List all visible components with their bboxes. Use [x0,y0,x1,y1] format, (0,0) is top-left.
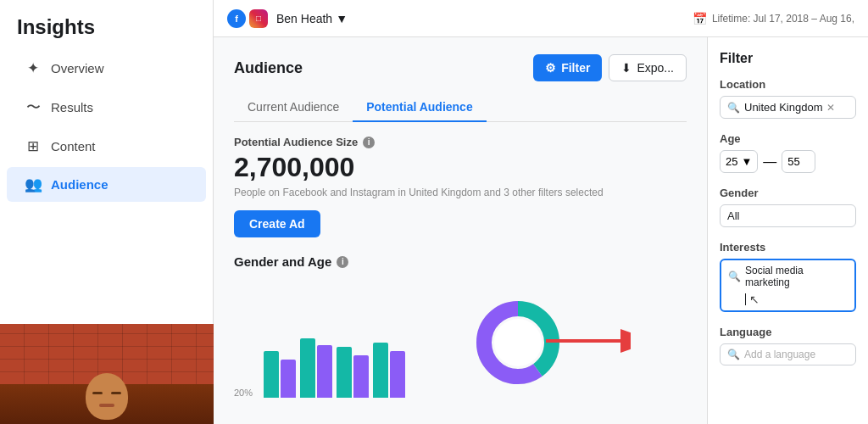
language-search-box[interactable]: 🔍 Add a language [720,343,856,365]
gender-age-info-icon[interactable]: i [337,256,348,268]
sidebar-item-label: Audience [51,177,108,192]
sidebar-item-label: Overview [51,61,104,75]
facebook-icon: f [227,9,246,28]
overview-icon: ✦ [24,59,42,77]
age-to-input[interactable] [782,150,815,173]
gender-age-title: Gender and Age i [234,254,687,269]
main-panel: Audience ⚙ Filter ⬇ Expo... Current Audi… [214,37,707,424]
location-tag: United Kingdom ✕ [744,101,835,114]
filter-section-interests: Interests 🔍 Social media marketing ↖ [720,241,856,312]
filter-button-label: Filter [561,61,590,75]
person-face [0,324,214,424]
date-range: Lifetime: Jul 17, 2018 – Aug 16, [712,13,854,25]
instagram-icon: □ [249,9,268,28]
filter-section-age: Age 25 ▼ — [720,132,856,173]
bar-teal-2 [300,338,315,398]
bar-teal-3 [337,347,352,398]
age-label: Age [720,132,856,145]
profile-icons: f □ [227,9,268,28]
section-header: Audience ⚙ Filter ⬇ Expo... [234,54,687,81]
filter-title: Filter [720,51,856,66]
cursor-icon: ↖ [749,293,760,306]
sidebar-item-results[interactable]: 〜 Results [7,89,206,126]
filter-icon: ⚙ [545,61,556,75]
interests-search-box[interactable]: 🔍 Social media marketing ↖ [720,259,856,312]
svg-point-3 [494,319,542,366]
age-dash: — [763,154,776,170]
export-button-label: Expo... [637,61,674,75]
percent-label: 20% [234,388,253,398]
main-area: f □ Ben Heath ▼ 📅 Lifetime: Jul 17, 2018… [214,0,868,424]
bar-purple-2 [317,345,332,398]
profile-name: Ben Heath [276,12,332,25]
age-from-select[interactable]: 25 ▼ [720,150,758,173]
filter-button[interactable]: ⚙ Filter [533,54,602,81]
bar-purple-1 [281,360,296,398]
bar-group-3 [337,347,369,398]
topbar-left: f □ Ben Heath ▼ [227,9,348,28]
audience-tabs: Current Audience Potential Audience [234,93,687,122]
content-area: Audience ⚙ Filter ⬇ Expo... Current Audi… [214,37,868,424]
create-ad-button[interactable]: Create Ad [234,210,320,237]
bar-purple-4 [390,351,405,398]
gender-display[interactable]: All [720,204,856,227]
interests-top: 🔍 Social media marketing [728,265,848,288]
interests-search-icon: 🔍 [728,271,741,282]
filter-panel: Filter Location 🔍 United Kingdom ✕ Age 2 [707,37,868,424]
bar-group-1 [264,351,296,398]
language-label: Language [720,326,856,338]
person-thumbnail [0,324,214,424]
results-icon: 〜 [24,98,42,117]
bar-group-4 [373,343,405,398]
sidebar: Insights ✦ Overview 〜 Results ⊞ Content … [0,0,214,424]
audience-number: 2,700,000 [234,152,687,183]
chart-area: 20% [234,279,687,398]
audience-desc: People on Facebook and Instagram in Unit… [234,187,687,198]
interests-value: Social media marketing [745,265,848,288]
header-actions: ⚙ Filter ⬇ Expo... [533,54,687,81]
audience-size-label: Potential Audience Size i [234,136,687,148]
location-search-box[interactable]: 🔍 United Kingdom ✕ [720,96,856,119]
section-title: Audience [234,59,303,77]
language-search-icon: 🔍 [727,349,740,360]
cursor-line [745,293,746,305]
tab-current-audience[interactable]: Current Audience [234,93,353,122]
calendar-icon: 📅 [693,12,707,25]
bar-teal-4 [373,343,388,398]
filter-section-language: Language 🔍 Add a language [720,326,856,365]
age-row: 25 ▼ — [720,150,856,173]
sidebar-item-audience[interactable]: 👥 Audience [7,167,206,202]
export-button[interactable]: ⬇ Expo... [609,54,687,81]
location-label: Location [720,78,856,91]
bar-chart [264,296,405,398]
dropdown-arrow: ▼ [336,12,348,25]
location-search-icon: 🔍 [727,102,740,114]
filter-section-gender: Gender All [720,187,856,227]
age-dropdown-arrow: ▼ [741,155,752,168]
sidebar-item-label: Results [51,100,93,114]
content-icon: ⊞ [24,137,42,155]
bar-teal-1 [264,351,279,398]
arrow-svg [546,328,631,354]
interests-label: Interests [720,241,856,254]
sidebar-item-overview[interactable]: ✦ Overview [7,51,206,86]
bar-group-2 [300,338,332,398]
sidebar-title: Insights [0,0,213,49]
topbar: f □ Ben Heath ▼ 📅 Lifetime: Jul 17, 2018… [214,0,868,37]
language-placeholder: Add a language [744,349,815,360]
audience-icon: 👥 [24,176,42,193]
red-arrow [546,328,631,357]
tab-potential-audience[interactable]: Potential Audience [353,93,487,122]
location-remove-button[interactable]: ✕ [826,102,835,114]
profile-name-dropdown[interactable]: Ben Heath ▼ [276,12,348,25]
bar-purple-3 [353,355,369,398]
filter-section-location: Location 🔍 United Kingdom ✕ [720,78,856,119]
sidebar-item-label: Content [51,139,96,153]
sidebar-item-content[interactable]: ⊞ Content [7,129,206,164]
interests-cursor-row: ↖ [728,293,760,306]
download-icon: ⬇ [621,61,632,75]
info-icon[interactable]: i [363,137,375,148]
topbar-right: 📅 Lifetime: Jul 17, 2018 – Aug 16, [693,12,854,25]
gender-label: Gender [720,187,856,199]
